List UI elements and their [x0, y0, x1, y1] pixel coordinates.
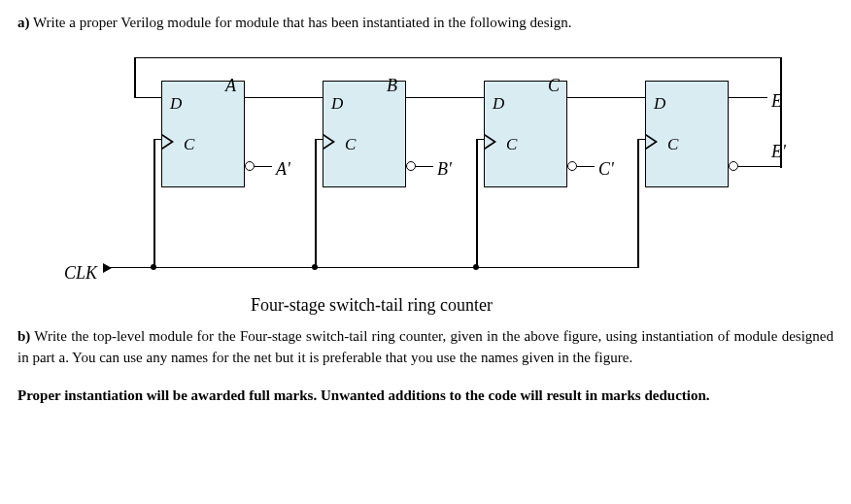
net-a-label: A: [225, 73, 236, 99]
inverter-bubble-icon: [245, 161, 255, 171]
pin-d-label: D: [493, 91, 504, 117]
part-a-question: a) Write a proper Verilog module for mod…: [17, 12, 834, 34]
pin-d-label: D: [331, 91, 343, 117]
clock-triangle-icon: [485, 134, 496, 150]
part-b-question: b) Write the top-level module for the Fo…: [17, 325, 834, 369]
part-b-label: b): [17, 328, 30, 344]
pin-c-label: C: [345, 132, 356, 157]
junction-dot-icon: [473, 264, 479, 270]
pin-c-label: C: [506, 132, 517, 157]
clk-label: CLK: [64, 260, 97, 286]
part-a-label: a): [17, 15, 30, 30]
pin-c-label: C: [184, 132, 194, 157]
clock-triangle-icon: [323, 134, 335, 150]
circuit-figure: D C D C D C D C A B C E A' B' C' E': [56, 51, 795, 314]
inverter-bubble-icon: [406, 161, 416, 171]
pin-d-label: D: [654, 91, 665, 117]
net-aprime-label: A': [276, 156, 290, 183]
junction-dot-icon: [312, 264, 318, 270]
inverter-bubble-icon: [567, 161, 577, 171]
net-b-label: B: [387, 73, 397, 99]
net-e-label: E: [771, 88, 782, 115]
clock-triangle-icon: [646, 134, 658, 150]
net-eprime-label: E': [771, 139, 786, 165]
clock-triangle-icon: [162, 134, 174, 150]
pin-c-label: C: [667, 132, 678, 157]
flipflop-4: D C: [645, 81, 729, 187]
net-bprime-label: B': [437, 156, 452, 183]
junction-dot-icon: [151, 264, 156, 270]
grading-note: Proper instantiation will be awarded ful…: [17, 385, 834, 407]
figure-caption: Four-stage switch-tail ring counter: [251, 292, 493, 319]
part-a-text: Write a proper Verilog module for module…: [33, 15, 571, 30]
arrow-right-icon: [103, 263, 112, 273]
part-b-text: Write the top-level module for the Four-…: [17, 328, 834, 366]
pin-d-label: D: [170, 91, 182, 117]
net-c-label: C: [548, 73, 560, 99]
inverter-bubble-icon: [729, 161, 738, 171]
net-cprime-label: C': [598, 156, 614, 183]
